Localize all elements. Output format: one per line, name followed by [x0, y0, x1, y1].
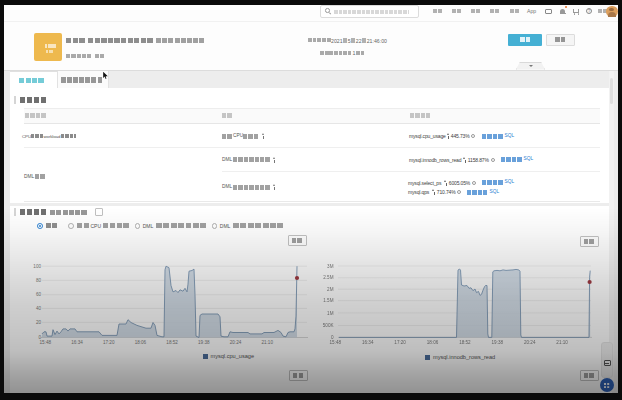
svg-text:17:20: 17:20 — [103, 340, 115, 345]
svg-text:16:34: 16:34 — [71, 340, 83, 345]
svg-text:20: 20 — [36, 320, 42, 325]
svg-text:18:06: 18:06 — [135, 340, 147, 345]
svg-text:15:48: 15:48 — [330, 340, 342, 345]
svg-text:19:38: 19:38 — [198, 340, 210, 345]
svg-text:15:48: 15:48 — [40, 340, 52, 345]
svg-text:2.5M: 2.5M — [323, 275, 333, 280]
svg-text:20:24: 20:24 — [230, 340, 242, 345]
svg-text:60: 60 — [36, 292, 42, 297]
svg-text:19:38: 19:38 — [492, 340, 504, 345]
svg-text:21:10: 21:10 — [261, 340, 273, 345]
svg-text:20:24: 20:24 — [524, 340, 536, 345]
svg-text:18:52: 18:52 — [166, 340, 178, 345]
svg-text:1.5M: 1.5M — [323, 298, 333, 303]
svg-text:500K: 500K — [323, 323, 335, 328]
svg-text:40: 40 — [36, 306, 42, 311]
svg-text:18:06: 18:06 — [427, 340, 439, 345]
svg-text:2M: 2M — [327, 287, 334, 292]
svg-text:18:52: 18:52 — [459, 340, 471, 345]
svg-text:16:34: 16:34 — [362, 340, 374, 345]
svg-text:1M: 1M — [327, 311, 334, 316]
svg-text:21:10: 21:10 — [556, 340, 568, 345]
svg-text:80: 80 — [36, 278, 42, 283]
svg-text:17:20: 17:20 — [394, 340, 406, 345]
svg-text:3M: 3M — [327, 264, 334, 269]
svg-text:100: 100 — [33, 264, 41, 269]
